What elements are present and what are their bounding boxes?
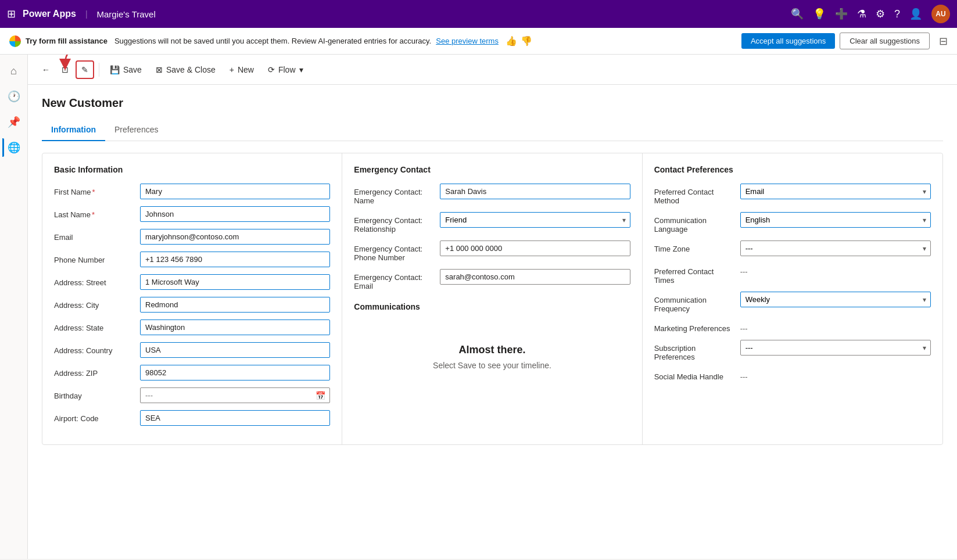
settings-icon[interactable]: ⚙ (876, 8, 885, 20)
side-panel-icon[interactable]: ⊟ (939, 35, 948, 48)
input-email[interactable] (140, 229, 330, 245)
lightbulb-icon[interactable]: 💡 (813, 8, 826, 20)
label-comm-freq: Communication Frequency (654, 292, 736, 313)
required-asterisk-2: * (92, 210, 95, 219)
input-last-name[interactable] (140, 206, 330, 222)
thumbs-down-icon[interactable]: 👎 (521, 35, 532, 46)
input-ec-name[interactable] (440, 184, 630, 199)
edit-button[interactable]: ✎ (76, 60, 94, 79)
clear-all-button[interactable]: Clear all suggestions (840, 33, 930, 49)
label-ec-phone: Emergency Contact: Phone Number (354, 240, 435, 262)
input-first-name[interactable] (140, 184, 330, 199)
form-row-ec-phone: Emergency Contact: Phone Number (354, 240, 630, 262)
label-ec-email: Emergency Contact: Email (354, 269, 435, 290)
form-row-subscription: Subscription Preferences --- Newsletter … (654, 340, 931, 361)
form-row-email: Email (54, 229, 330, 245)
add-icon[interactable]: ➕ (835, 8, 848, 20)
select-comm-freq[interactable]: Weekly Daily Monthly (740, 292, 931, 307)
input-phone[interactable] (140, 252, 330, 267)
tabs: Information Preferences (42, 119, 943, 141)
ai-banner: Try form fill assistance Suggestions wil… (0, 28, 957, 55)
select-timezone[interactable]: --- PST EST UTC (740, 240, 931, 256)
almost-there-subtitle: Select Save to see your timeline. (365, 361, 618, 370)
sidebar-item-recent[interactable]: 🕐 (2, 85, 26, 108)
app-name: Margie's Travel (97, 9, 156, 19)
input-street[interactable] (140, 274, 330, 290)
subscription-wrapper: --- Newsletter Promotions ▾ (740, 340, 931, 356)
basic-info-title: Basic Information (54, 165, 330, 174)
input-country[interactable] (140, 342, 330, 358)
label-pref-times: Preferred Contact Times (654, 263, 736, 285)
form-row-social: Social Media Handle --- (654, 368, 931, 381)
thumbs-up-icon[interactable]: 👍 (506, 35, 517, 46)
new-button[interactable]: + New (224, 62, 260, 78)
input-airport[interactable] (140, 410, 330, 426)
ai-banner-link[interactable]: See preview terms (436, 37, 499, 45)
select-ec-relationship[interactable]: Friend Family Colleague (440, 212, 630, 228)
sidebar-item-pinned[interactable]: 📌 (2, 110, 26, 134)
grid-menu-icon[interactable]: ⊞ (7, 8, 16, 20)
form-row-pref-times: Preferred Contact Times --- (654, 263, 931, 285)
input-city[interactable] (140, 297, 330, 313)
toolbar: ← ⊡ ✎ 💾 Save ⊠ (28, 55, 957, 85)
sidebar-item-globe[interactable]: 🌐 (2, 136, 26, 159)
top-navigation: ⊞ Power Apps | Margie's Travel 🔍 💡 ➕ ⚗ ⚙… (0, 0, 957, 28)
tab-preferences[interactable]: Preferences (105, 119, 167, 141)
emergency-contact-section: Emergency Contact Emergency Contact: Nam… (342, 153, 642, 444)
pref-contact-wrapper: Email Phone Text ▾ (740, 184, 931, 199)
label-ec-relationship: Emergency Contact: Relationship (354, 212, 435, 234)
feedback-icons: 👍 👎 (506, 35, 532, 46)
form-row-street: Address: Street (54, 274, 330, 290)
input-state[interactable] (140, 320, 330, 335)
communications-title: Communications (354, 302, 630, 311)
microsoft-logo (9, 35, 21, 47)
label-zip: Address: ZIP (54, 365, 135, 378)
nav-icon-group: 🔍 💡 ➕ ⚗ ⚙ ? 👤 AU (791, 5, 950, 23)
label-street: Address: Street (54, 274, 135, 287)
form-row-timezone: Time Zone --- PST EST UTC ▾ (654, 240, 931, 256)
label-timezone: Time Zone (654, 240, 736, 253)
comm-freq-wrapper: Weekly Daily Monthly ▾ (740, 292, 931, 307)
comm-lang-wrapper: English Spanish French ▾ (740, 212, 931, 228)
input-zip[interactable] (140, 365, 330, 380)
form-row-comm-freq: Communication Frequency Weekly Daily Mon… (654, 292, 931, 313)
form-row-last-name: Last Name* (54, 206, 330, 222)
label-pref-contact: Preferred Contact Method (654, 184, 736, 205)
filter-icon[interactable]: ⚗ (857, 8, 866, 20)
save-button[interactable]: 💾 Save (104, 62, 148, 78)
main-content: ← ⊡ ✎ 💾 Save ⊠ (28, 55, 957, 559)
label-last-name: Last Name* (54, 206, 135, 219)
sidebar-item-home[interactable]: ⌂ (2, 59, 26, 82)
help-icon[interactable]: ? (894, 8, 900, 20)
profile-icon[interactable]: 👤 (909, 8, 922, 20)
select-comm-lang[interactable]: English Spanish French (740, 212, 931, 228)
save-close-button[interactable]: ⊠ Save & Close (150, 62, 221, 78)
label-email: Email (54, 229, 135, 242)
select-subscription[interactable]: --- Newsletter Promotions (740, 340, 931, 356)
value-pref-times: --- (740, 263, 931, 276)
flow-button[interactable]: ⟳ Flow ▾ (262, 62, 309, 78)
input-ec-email[interactable] (440, 269, 630, 285)
input-birthday[interactable] (140, 387, 330, 403)
save-close-icon: ⊠ (156, 65, 163, 74)
nav-separator: | (85, 9, 88, 19)
ai-banner-description: Suggestions will not be saved until you … (114, 37, 431, 45)
value-social: --- (740, 368, 931, 381)
search-icon[interactable]: 🔍 (791, 8, 804, 20)
form-row-ec-name: Emergency Contact: Name (354, 184, 630, 205)
almost-there-section: Almost there. Select Save to see your ti… (354, 321, 630, 382)
basic-info-section: Basic Information First Name* Last Name*… (42, 153, 342, 444)
select-pref-contact[interactable]: Email Phone Text (740, 184, 931, 199)
almost-there-title: Almost there. (365, 344, 618, 356)
label-city: Address: City (54, 297, 135, 310)
tab-information[interactable]: Information (42, 119, 105, 141)
input-ec-phone[interactable] (440, 240, 630, 256)
open-button[interactable]: ⊡ (57, 62, 73, 78)
label-subscription: Subscription Preferences (654, 340, 736, 361)
label-social: Social Media Handle (654, 368, 736, 381)
accept-all-button[interactable]: Accept all suggestions (741, 33, 835, 49)
new-icon: + (230, 65, 234, 74)
avatar[interactable]: AU (931, 5, 950, 23)
back-button[interactable]: ← (37, 62, 55, 78)
form-row-airport: Airport: Code (54, 410, 330, 426)
